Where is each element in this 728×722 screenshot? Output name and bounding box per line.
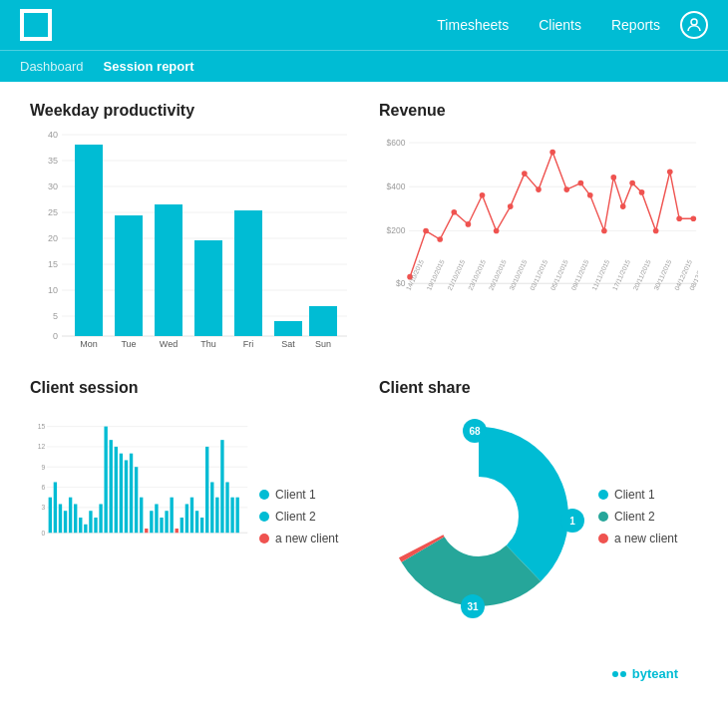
- client-session-legend: Client 1 Client 2 a new client: [259, 407, 349, 626]
- svg-point-52: [536, 186, 542, 192]
- svg-point-60: [629, 180, 635, 186]
- svg-text:30/11/2015: 30/11/2015: [652, 258, 672, 291]
- brand-dot-2: [620, 671, 626, 677]
- svg-rect-123: [200, 518, 203, 533]
- svg-rect-129: [230, 498, 233, 534]
- donut-svg-wrapper: 68 31 1: [379, 417, 578, 616]
- logo[interactable]: [20, 9, 52, 41]
- svg-text:6: 6: [41, 484, 45, 491]
- svg-point-48: [480, 192, 486, 198]
- svg-rect-96: [64, 511, 67, 533]
- client-share-chart: Client share: [379, 379, 698, 626]
- svg-point-58: [610, 175, 616, 180]
- svg-text:35: 35: [48, 156, 58, 166]
- svg-text:20: 20: [48, 233, 58, 243]
- svg-rect-97: [69, 498, 72, 534]
- client-session-chart: Client session 15 12 9 6 3: [30, 379, 349, 626]
- svg-point-44: [423, 228, 429, 234]
- donut-legend-new-client: a new client: [598, 532, 677, 545]
- svg-text:3: 3: [41, 504, 45, 511]
- svg-point-63: [667, 169, 673, 175]
- svg-text:Tue: Tue: [121, 339, 136, 349]
- line-chart-area: $600 $400 $200 $0: [379, 130, 698, 349]
- svg-text:Wed: Wed: [160, 339, 178, 349]
- svg-rect-116: [165, 511, 168, 533]
- svg-text:17/11/2015: 17/11/2015: [611, 258, 631, 291]
- svg-rect-118: [176, 529, 179, 533]
- sub-nav-dashboard[interactable]: Dashboard: [20, 59, 84, 74]
- svg-rect-108: [125, 460, 128, 533]
- donut-legend-dot-new-client: [598, 534, 608, 543]
- svg-point-46: [451, 209, 457, 215]
- svg-point-134: [441, 479, 517, 554]
- svg-text:0: 0: [53, 331, 58, 341]
- svg-rect-100: [84, 525, 87, 533]
- svg-rect-128: [225, 482, 228, 533]
- user-avatar[interactable]: [680, 11, 708, 39]
- brand-name: byteant: [632, 666, 678, 681]
- svg-rect-33: [309, 306, 337, 336]
- svg-text:9: 9: [41, 464, 45, 471]
- svg-rect-109: [130, 454, 133, 534]
- svg-rect-93: [49, 498, 52, 534]
- svg-text:05/11/2015: 05/11/2015: [549, 258, 569, 291]
- svg-text:10: 10: [48, 285, 58, 295]
- svg-rect-124: [205, 447, 208, 533]
- legend-dot-client1: [259, 490, 269, 500]
- nav-reports[interactable]: Reports: [611, 17, 660, 33]
- svg-point-57: [601, 228, 607, 234]
- svg-rect-95: [59, 504, 62, 533]
- legend-label-client1: Client 1: [275, 488, 316, 502]
- svg-rect-112: [145, 529, 148, 533]
- svg-text:30: 30: [48, 181, 58, 191]
- legend-client1: Client 1: [259, 488, 349, 502]
- legend-new-client: a new client: [259, 532, 349, 545]
- svg-point-51: [522, 171, 528, 177]
- svg-point-64: [676, 215, 682, 221]
- svg-rect-113: [150, 511, 153, 533]
- donut-legend-client2: Client 2: [598, 510, 677, 524]
- svg-point-59: [620, 203, 626, 209]
- svg-rect-126: [215, 498, 218, 534]
- brand-dot-1: [612, 671, 618, 677]
- svg-text:Sat: Sat: [281, 339, 295, 349]
- svg-rect-110: [135, 467, 138, 533]
- client-session-bars: 15 12 9 6 3 0: [30, 407, 249, 626]
- client-session-svg: 15 12 9 6 3 0: [30, 407, 249, 606]
- svg-text:25: 25: [48, 207, 58, 217]
- nav-timesheets[interactable]: Timesheets: [437, 17, 509, 33]
- svg-rect-94: [54, 482, 57, 533]
- svg-point-45: [437, 236, 443, 242]
- svg-point-49: [494, 228, 500, 234]
- svg-rect-29: [234, 210, 262, 336]
- svg-text:Mon: Mon: [80, 339, 98, 349]
- nav-clients[interactable]: Clients: [539, 17, 581, 33]
- donut-legend-dot-client1: [598, 490, 608, 500]
- donut-area: 68 31 1 Client 1 Client 2: [379, 407, 698, 626]
- svg-rect-23: [115, 215, 143, 336]
- svg-text:09/11/2015: 09/11/2015: [569, 258, 589, 291]
- legend-label-client2: Client 2: [275, 510, 316, 524]
- svg-rect-115: [160, 518, 163, 533]
- svg-rect-122: [195, 511, 198, 533]
- svg-point-53: [549, 150, 555, 156]
- svg-text:$600: $600: [387, 138, 406, 148]
- svg-text:30/10/2015: 30/10/2015: [508, 258, 528, 291]
- svg-text:Thu: Thu: [200, 339, 216, 349]
- svg-text:23/10/2015: 23/10/2015: [467, 258, 487, 291]
- donut-legend-dot-client2: [598, 512, 608, 522]
- svg-text:21/10/2015: 21/10/2015: [446, 258, 466, 291]
- donut-legend: Client 1 Client 2 a new client: [598, 488, 677, 545]
- sub-nav-session-report[interactable]: Session report: [104, 59, 194, 74]
- legend-client2: Client 2: [259, 510, 349, 524]
- header: Timesheets Clients Reports: [0, 0, 728, 50]
- donut-legend-label-client1: Client 1: [614, 488, 655, 502]
- main-nav: Timesheets Clients Reports: [437, 17, 660, 33]
- svg-point-47: [466, 221, 472, 227]
- badge-1: 1: [560, 509, 584, 533]
- svg-rect-104: [104, 427, 107, 534]
- svg-rect-102: [94, 518, 97, 533]
- badge-31: 31: [461, 594, 485, 618]
- legend-label-new-client: a new client: [275, 532, 338, 545]
- charts-row-2: Client session 15 12 9 6 3: [30, 379, 698, 626]
